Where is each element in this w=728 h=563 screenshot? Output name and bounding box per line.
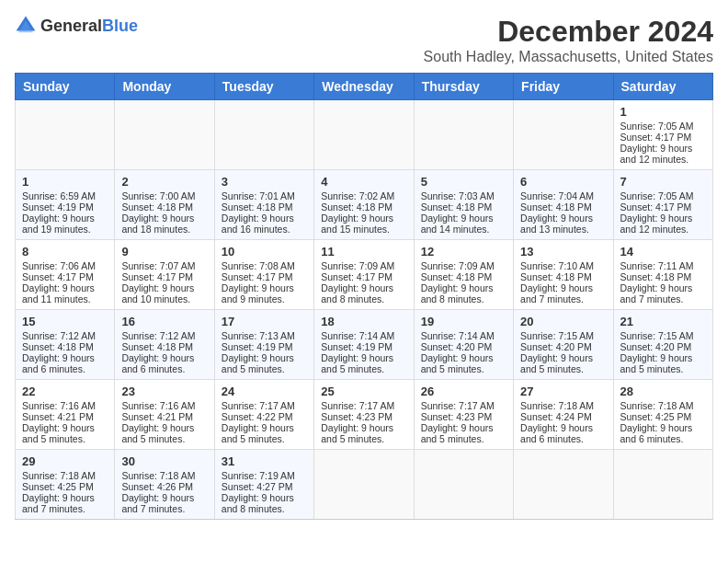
sunset-text: Sunset: 4:27 PM: [222, 481, 307, 492]
sunrise-text: Sunrise: 7:14 AM: [321, 330, 406, 341]
daylight-text: Daylight: 9 hours and 12 minutes.: [620, 213, 706, 235]
day-number: 31: [222, 454, 307, 468]
calendar-cell: 15Sunrise: 7:12 AMSunset: 4:18 PMDayligh…: [16, 310, 115, 380]
sunset-text: Sunset: 4:25 PM: [22, 481, 108, 492]
day-header-friday: Friday: [514, 74, 613, 100]
sunrise-text: Sunrise: 7:18 AM: [22, 470, 108, 481]
calendar-cell: [314, 100, 414, 170]
day-number: 28: [620, 385, 706, 398]
calendar-cell: 14Sunrise: 7:11 AMSunset: 4:18 PMDayligh…: [613, 240, 712, 310]
daylight-text: Daylight: 9 hours and 5 minutes.: [421, 352, 506, 374]
calendar-cell: [16, 100, 115, 170]
sunset-text: Sunset: 4:25 PM: [620, 411, 706, 422]
sunrise-text: Sunrise: 7:05 AM: [620, 190, 706, 201]
sunrise-text: Sunrise: 7:03 AM: [421, 190, 506, 201]
logo-general: General: [40, 17, 102, 35]
header: GeneralBlue December 2024 South Hadley, …: [15, 15, 713, 65]
sunrise-text: Sunrise: 7:00 AM: [121, 190, 207, 201]
sunset-text: Sunset: 4:17 PM: [222, 271, 307, 282]
subtitle: South Hadley, Massachusetts, United Stat…: [424, 49, 713, 65]
day-number: 29: [22, 454, 108, 468]
daylight-text: Daylight: 9 hours and 5 minutes.: [121, 422, 207, 444]
calendar-cell: 25Sunrise: 7:17 AMSunset: 4:23 PMDayligh…: [314, 380, 414, 450]
day-header-monday: Monday: [115, 74, 214, 100]
calendar-cell: 16Sunrise: 7:12 AMSunset: 4:18 PMDayligh…: [115, 310, 214, 380]
sunrise-text: Sunrise: 7:01 AM: [222, 190, 307, 201]
sunset-text: Sunset: 4:17 PM: [620, 201, 706, 213]
daylight-text: Daylight: 9 hours and 19 minutes.: [22, 213, 108, 235]
daylight-text: Daylight: 9 hours and 5 minutes.: [222, 422, 307, 444]
calendar-cell: [613, 450, 712, 520]
sunset-text: Sunset: 4:20 PM: [620, 341, 706, 352]
calendar-table: SundayMondayTuesdayWednesdayThursdayFrid…: [15, 73, 713, 520]
day-number: 9: [121, 245, 207, 259]
sunrise-text: Sunrise: 6:59 AM: [22, 190, 108, 201]
sunset-text: Sunset: 4:21 PM: [121, 411, 207, 422]
sunrise-text: Sunrise: 7:02 AM: [321, 190, 406, 201]
calendar-cell: 28Sunrise: 7:18 AMSunset: 4:25 PMDayligh…: [613, 380, 712, 450]
day-number: 19: [421, 315, 506, 328]
daylight-text: Daylight: 9 hours and 6 minutes.: [121, 352, 207, 374]
day-number: 10: [222, 245, 307, 259]
sunrise-text: Sunrise: 7:08 AM: [222, 260, 307, 271]
sunrise-text: Sunrise: 7:18 AM: [121, 470, 207, 481]
calendar-cell: 11Sunrise: 7:09 AMSunset: 4:17 PMDayligh…: [314, 240, 414, 310]
day-number: 11: [321, 245, 406, 259]
day-number: 26: [421, 385, 506, 398]
logo-blue: Blue: [102, 17, 138, 35]
sunset-text: Sunset: 4:17 PM: [22, 271, 108, 282]
sunset-text: Sunset: 4:18 PM: [620, 271, 706, 282]
sunset-text: Sunset: 4:20 PM: [520, 341, 606, 352]
daylight-text: Daylight: 9 hours and 16 minutes.: [222, 213, 307, 235]
sunrise-text: Sunrise: 7:16 AM: [22, 400, 108, 411]
day-number: 17: [222, 315, 307, 328]
daylight-text: Daylight: 9 hours and 18 minutes.: [121, 213, 207, 235]
sunset-text: Sunset: 4:26 PM: [121, 481, 207, 492]
daylight-text: Daylight: 9 hours and 10 minutes.: [121, 282, 207, 304]
daylight-text: Daylight: 9 hours and 7 minutes.: [22, 492, 108, 514]
sunset-text: Sunset: 4:23 PM: [321, 411, 406, 422]
daylight-text: Daylight: 9 hours and 7 minutes.: [620, 282, 706, 304]
calendar-cell: 2Sunrise: 7:00 AMSunset: 4:18 PMDaylight…: [115, 170, 214, 240]
sunrise-text: Sunrise: 7:14 AM: [421, 330, 506, 341]
calendar-cell: 26Sunrise: 7:17 AMSunset: 4:23 PMDayligh…: [414, 380, 513, 450]
day-number: 18: [321, 315, 406, 328]
calendar-cell: 22Sunrise: 7:16 AMSunset: 4:21 PMDayligh…: [16, 380, 115, 450]
sunset-text: Sunset: 4:18 PM: [421, 271, 506, 282]
sunrise-text: Sunrise: 7:17 AM: [421, 400, 506, 411]
sunrise-text: Sunrise: 7:18 AM: [620, 400, 706, 411]
daylight-text: Daylight: 9 hours and 7 minutes.: [121, 492, 207, 514]
calendar-cell: 20Sunrise: 7:15 AMSunset: 4:20 PMDayligh…: [514, 310, 613, 380]
sunset-text: Sunset: 4:21 PM: [22, 411, 108, 422]
day-number: 20: [520, 315, 606, 328]
day-number: 2: [121, 175, 207, 189]
calendar-cell: 5Sunrise: 7:03 AMSunset: 4:18 PMDaylight…: [414, 170, 513, 240]
sunset-text: Sunset: 4:18 PM: [121, 201, 207, 213]
day-header-saturday: Saturday: [613, 74, 712, 100]
day-number: 16: [121, 315, 207, 328]
daylight-text: Daylight: 9 hours and 5 minutes.: [321, 422, 406, 444]
sunrise-text: Sunrise: 7:15 AM: [620, 330, 706, 341]
sunset-text: Sunset: 4:18 PM: [520, 271, 606, 282]
daylight-text: Daylight: 9 hours and 5 minutes.: [22, 422, 108, 444]
calendar-cell: [514, 450, 613, 520]
main-title: December 2024: [424, 15, 713, 49]
day-number: 3: [222, 175, 307, 189]
sunrise-text: Sunrise: 7:18 AM: [520, 400, 606, 411]
daylight-text: Daylight: 9 hours and 6 minutes.: [520, 422, 606, 444]
day-number: 15: [22, 315, 108, 328]
day-number: 30: [121, 454, 207, 468]
calendar-cell: 10Sunrise: 7:08 AMSunset: 4:17 PMDayligh…: [214, 240, 313, 310]
logo-icon: [15, 15, 37, 37]
sunset-text: Sunset: 4:23 PM: [421, 411, 506, 422]
calendar-cell: 8Sunrise: 7:06 AMSunset: 4:17 PMDaylight…: [16, 240, 115, 310]
daylight-text: Daylight: 9 hours and 14 minutes.: [421, 213, 506, 235]
sunrise-text: Sunrise: 7:16 AM: [121, 400, 207, 411]
calendar-cell: 31Sunrise: 7:19 AMSunset: 4:27 PMDayligh…: [214, 450, 313, 520]
sunset-text: Sunset: 4:19 PM: [22, 201, 108, 213]
sunset-text: Sunset: 4:19 PM: [222, 341, 307, 352]
calendar-cell: [214, 100, 313, 170]
day-number: 23: [121, 385, 207, 398]
title-area: December 2024 South Hadley, Massachusett…: [424, 15, 713, 65]
sunrise-text: Sunrise: 7:04 AM: [520, 190, 606, 201]
